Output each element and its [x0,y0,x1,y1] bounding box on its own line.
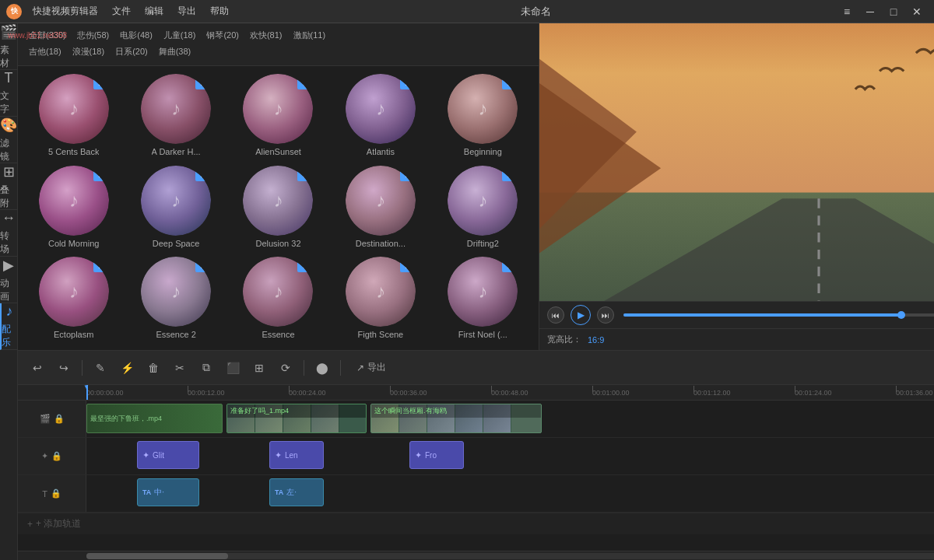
text-clip-1[interactable]: TA 中· [137,478,199,506]
cat-romantic[interactable]: 浪漫(18) [68,44,110,59]
clip-label: 最坚强的下鲁班，.mp4 [90,414,162,424]
cat-movie[interactable]: 电影(48) [115,28,157,43]
music-item-aliensunset[interactable]: ↓ AlienSunset [230,74,326,159]
ruler-mark-6: 00:01:12.00 [693,389,795,397]
toolbar: ↩ ↪ ✎ ⚡ 🗑 ✂ ⧉ ⬛ ⊞ ⟳ ⬤ ↗ 导出 ⊡ － [18,350,934,385]
download-badge: ↓ [502,169,514,181]
sidebar-item-material[interactable]: 🎬 素材 [0,23,17,70]
sidebar-label-text: 文字 [0,89,17,116]
text-label-2: 左· [286,487,297,498]
music-item-destination[interactable]: ↓ Destination... [332,166,428,251]
titlebar: 快 快捷视频剪辑器 文件 编辑 导出 帮助 未命名 ≡ ─ □ ✕ [0,0,934,23]
menu-app[interactable]: 快捷视频剪辑器 [26,3,104,19]
effect-clip-fro[interactable]: ✦ Fro [409,441,464,469]
sidebar-item-overlay[interactable]: ⊞ 叠附 [0,163,17,210]
music-item-deepspace[interactable]: ↓ Deep Space [128,166,223,251]
music-item-essence2[interactable]: ↓ Essence 2 [128,257,223,342]
menu-export[interactable]: 导出 [171,3,202,19]
video-clip-1[interactable]: 最坚强的下鲁班，.mp4 [86,404,223,433]
preview-info: 宽高比： 16:9 00:00:00.00 / 00:00:01.00 [539,328,934,350]
rewind-to-start-button[interactable]: ⏮ [547,306,564,324]
minimize-button[interactable]: ─ [859,4,881,19]
sidebar: 🎬 素材 T 文字 🎨 滤镜 ⊞ 叠附 ↔ 转场 ▶ 动画 ♪ 配乐 [0,23,18,560]
split-button[interactable]: ⚡ [117,358,137,378]
effect-icon: ✦ [275,450,282,460]
maximize-button[interactable]: □ [883,4,904,19]
rewind-button[interactable]: ⟳ [276,358,296,378]
effect-clip-glit[interactable]: ✦ Glit [137,441,199,469]
music-item-beginning[interactable]: ↓ Beginning [435,74,531,159]
horizontal-scrollbar[interactable] [86,553,934,559]
export-icon: ↗ [356,362,364,373]
sidebar-item-filter[interactable]: 🎨 滤镜 [0,117,17,163]
download-badge: ↓ [400,77,413,89]
download-badge: ↓ [195,169,208,181]
cat-dance[interactable]: 舞曲(38) [154,44,196,59]
copy-button[interactable]: ⧉ [196,358,216,378]
download-badge: ↓ [93,169,106,181]
menu-control[interactable]: ≡ [836,4,858,19]
music-item-ectoplasm[interactable]: ↓ Ectoplasm [26,257,121,342]
cat-japanese[interactable]: 日系(20) [111,44,153,59]
music-item-delusion[interactable]: ↓ Delusion 32 [230,166,326,251]
undo-button[interactable]: ↩ [27,358,47,378]
effect-clip-len[interactable]: ✦ Len [269,441,324,469]
close-button[interactable]: ✕ [906,4,928,19]
music-item-coldmorning[interactable]: ↓ Cold Morning [26,166,121,251]
cat-sad[interactable]: 悲伤(58) [72,28,114,43]
trim-button[interactable]: ✂ [170,358,190,378]
delete-button[interactable]: 🗑 [143,358,163,378]
playback-progress[interactable] [623,313,934,317]
menu-edit[interactable]: 编辑 [139,3,170,19]
music-item-drifting2[interactable]: ↓ Drifting2 [435,166,531,251]
sidebar-label-animation: 动画 [0,277,17,303]
text-clip-2[interactable]: TA 左· [269,478,324,506]
music-item-firstnoel[interactable]: ↓ First Noel (... [435,257,531,342]
download-badge: ↓ [502,260,514,272]
redo-button[interactable]: ↪ [54,358,74,378]
edit-button[interactable]: ✎ [90,358,111,378]
cat-happy[interactable]: 欢快(81) [245,28,287,43]
forward-to-end-button[interactable]: ⏭ [597,306,614,324]
aspect-button[interactable]: ⊞ [249,358,269,378]
cat-all[interactable]: 全部(330) [24,28,71,43]
sidebar-item-transition[interactable]: ↔ 转场 [0,210,17,257]
frame-button[interactable]: ⬛ [223,358,243,378]
sidebar-item-music[interactable]: ♪ 配乐 [0,303,17,350]
add-track-label: + 添加轨道 [36,517,81,530]
cat-guitar[interactable]: 吉他(18) [24,44,66,59]
window-controls: ≡ ─ □ ✕ [836,4,928,19]
video-clip-3[interactable]: 这个瞬间当框厢.有海鸥 [370,404,542,433]
effect-label: Glit [153,451,164,460]
ruler-mark-2: 00:00:24.00 [289,389,390,397]
music-item-essence[interactable]: ↓ Essence [230,257,326,342]
menu-file[interactable]: 文件 [106,3,137,19]
track-label-text: T 🔒 [18,475,86,512]
download-badge: ↓ [297,169,310,181]
menu-help[interactable]: 帮助 [204,3,235,19]
video-clip-2[interactable]: 准备好了吗_1.mp4 [226,404,367,433]
export-button[interactable]: ↗ 导出 [349,358,394,377]
play-button[interactable]: ▶ [571,305,591,325]
track-lock-icon: 🔒 [54,414,65,424]
sidebar-item-animation[interactable]: ▶ 动画 [0,257,17,303]
music-label: Beginning [464,147,502,156]
music-item-figthscene[interactable]: ↓ Figth Scene [332,257,428,342]
scrollbar-thumb[interactable] [86,553,228,559]
music-thumb-atlantis: ↓ [346,74,416,144]
sidebar-item-text[interactable]: T 文字 [0,70,17,117]
music-label: First Noel (... [458,330,507,339]
record-button[interactable]: ⬤ [312,358,332,378]
music-item-atlantis[interactable]: ↓ Atlantis [332,74,428,159]
timeline-cursor[interactable] [86,385,88,400]
music-label: Figth Scene [358,330,404,339]
content-area: 全部(330) 悲伤(58) 电影(48) 儿童(18) 钢琴(20) 欢快(8… [18,23,934,560]
add-track-button[interactable]: + + 添加轨道 [18,513,934,534]
cat-children[interactable]: 儿童(18) [159,28,201,43]
music-item-darker[interactable]: ↓ A Darker H... [128,74,223,159]
music-item-5cents[interactable]: ↓ 5 Cents Back [26,74,121,159]
track-text: T 🔒 TA 中· TA 左· [18,475,934,513]
cat-motivate[interactable]: 激励(11) [289,28,331,43]
cat-piano[interactable]: 钢琴(20) [202,28,244,43]
main-layout: 🎬 素材 T 文字 🎨 滤镜 ⊞ 叠附 ↔ 转场 ▶ 动画 ♪ 配乐 [0,23,934,560]
